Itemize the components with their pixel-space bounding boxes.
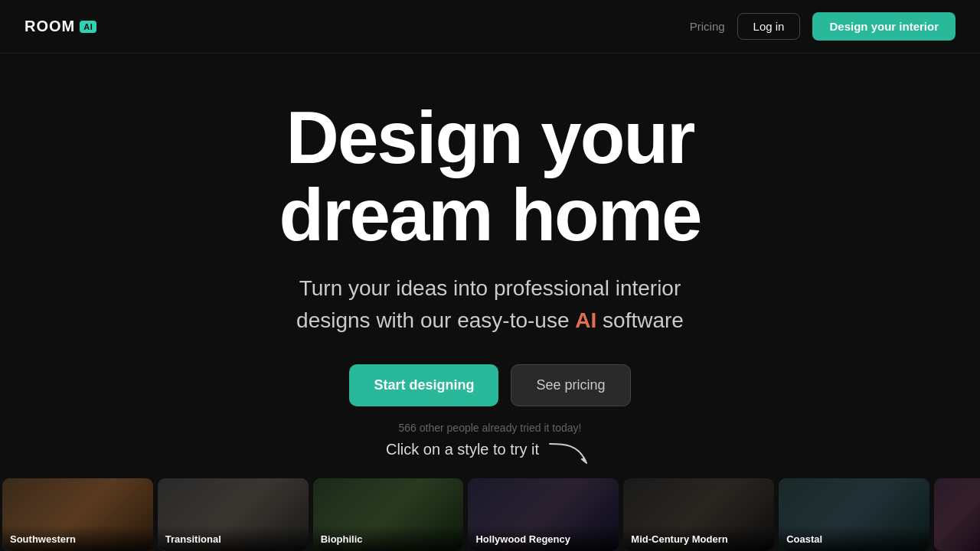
style-label-mid-century-modern: Mid-Century Modern: [631, 533, 727, 545]
style-label-biophilic: Biophilic: [321, 533, 363, 545]
style-card-mid-century-modern[interactable]: Mid-Century Modern: [623, 478, 774, 551]
styles-cta: Click on a style to try it: [0, 434, 980, 465]
login-button[interactable]: Log in: [737, 13, 801, 40]
start-designing-button[interactable]: Start designing: [349, 364, 498, 406]
nav-right: Pricing Log in Design your interior: [690, 12, 956, 41]
styles-section: Click on a style to try it Southwestern …: [0, 434, 980, 551]
logo: ROOM AI: [24, 18, 96, 35]
style-card-hollywood-regency[interactable]: Hollywood Regency: [468, 478, 619, 551]
hero-buttons: Start designing See pricing: [349, 364, 630, 406]
ai-highlight: AI: [575, 308, 596, 332]
style-label-hollywood-regency: Hollywood Regency: [475, 533, 570, 545]
hero-subtitle: Turn your ideas into professional interi…: [296, 272, 684, 337]
style-card-biophilic[interactable]: Biophilic: [313, 478, 464, 551]
style-card-coastal[interactable]: Coastal: [779, 478, 929, 551]
logo-badge: AI: [80, 21, 96, 33]
style-card-southwestern[interactable]: Southwestern: [2, 478, 153, 551]
hero-section: Design your dream home Turn your ideas i…: [0, 54, 980, 434]
arrow-icon: [548, 440, 594, 471]
style-label-coastal: Coastal: [786, 533, 822, 545]
design-interior-button[interactable]: Design your interior: [812, 12, 956, 41]
logo-text: ROOM: [24, 18, 75, 35]
hero-title: Design your dream home: [279, 99, 701, 254]
navbar: ROOM AI Pricing Log in Design your inter…: [0, 0, 980, 54]
style-card-partial[interactable]: [934, 478, 980, 551]
styles-row: Southwestern Transitional Biophilic Holl…: [0, 478, 980, 551]
styles-cta-text: Click on a style to try it: [386, 441, 539, 458]
social-proof: 566 other people already tried it today!: [399, 422, 582, 434]
style-card-transitional[interactable]: Transitional: [158, 478, 309, 551]
style-label-transitional: Transitional: [165, 533, 221, 545]
pricing-link[interactable]: Pricing: [690, 20, 725, 33]
see-pricing-button[interactable]: See pricing: [511, 364, 630, 406]
style-label-southwestern: Southwestern: [10, 533, 76, 545]
